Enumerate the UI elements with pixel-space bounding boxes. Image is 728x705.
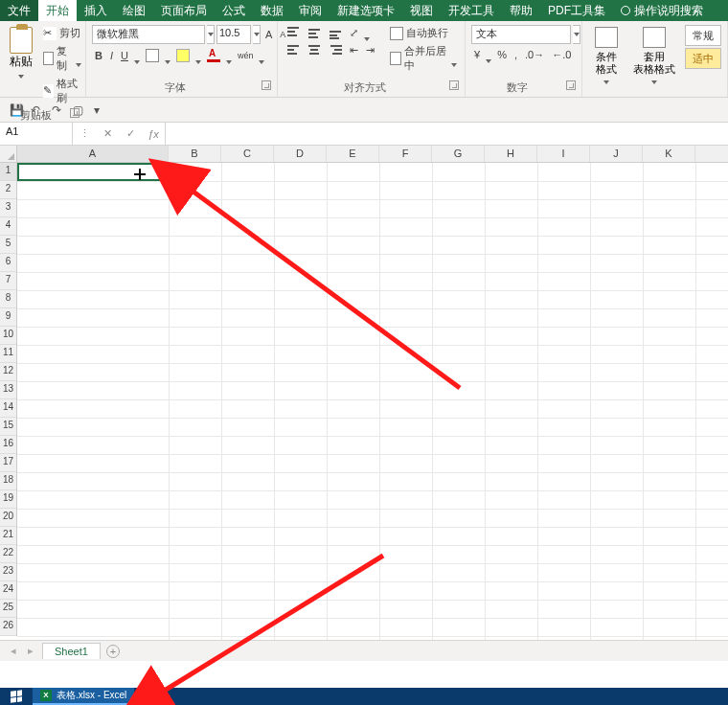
row-header-19[interactable]: 19 bbox=[0, 490, 16, 509]
tab-file[interactable]: 文件 bbox=[0, 0, 38, 21]
align-middle-button[interactable] bbox=[305, 25, 324, 40]
sheet-nav-prev[interactable]: ◂ bbox=[8, 645, 19, 657]
row-header-1[interactable]: 1 bbox=[0, 163, 16, 181]
percent-button[interactable]: % bbox=[494, 48, 510, 61]
row-header-18[interactable]: 18 bbox=[0, 472, 16, 490]
accounting-button[interactable]: ¥ bbox=[471, 48, 483, 61]
worksheet-grid[interactable]: A B C D E F G H I J K 123456789101112131… bbox=[0, 146, 728, 640]
tab-home[interactable]: 开始 bbox=[38, 0, 77, 21]
cells-area[interactable] bbox=[17, 163, 728, 640]
font-size-dropdown[interactable] bbox=[253, 25, 261, 44]
increase-decimal-button[interactable]: .0→ bbox=[522, 48, 547, 61]
col-header-I[interactable]: I bbox=[537, 146, 590, 162]
col-header-E[interactable]: E bbox=[327, 146, 379, 162]
tab-help[interactable]: 帮助 bbox=[502, 0, 540, 21]
cell-style-normal[interactable]: 常规 bbox=[685, 25, 721, 46]
add-sheet-button[interactable]: + bbox=[106, 645, 120, 658]
number-format-dropdown[interactable] bbox=[573, 25, 580, 44]
clipboard-launcher[interactable] bbox=[70, 108, 80, 118]
alignment-launcher[interactable] bbox=[449, 80, 459, 90]
comma-button[interactable]: , bbox=[512, 48, 520, 61]
row-header-26[interactable]: 26 bbox=[0, 618, 16, 636]
row-header-3[interactable]: 3 bbox=[0, 199, 16, 217]
col-header-B[interactable]: B bbox=[169, 146, 221, 162]
row-header-14[interactable]: 14 bbox=[0, 399, 16, 418]
tab-formulas[interactable]: 公式 bbox=[215, 0, 253, 21]
wrap-text-button[interactable]: 自动换行 bbox=[387, 25, 459, 41]
name-box[interactable]: A1 bbox=[0, 123, 73, 145]
align-left-button[interactable] bbox=[284, 42, 303, 57]
bold-button[interactable]: B bbox=[92, 49, 105, 62]
row-header-4[interactable]: 4 bbox=[0, 217, 16, 236]
align-center-button[interactable] bbox=[305, 42, 324, 57]
tab-data[interactable]: 数据 bbox=[253, 0, 291, 21]
row-header-24[interactable]: 24 bbox=[0, 581, 16, 600]
row-header-8[interactable]: 8 bbox=[0, 290, 16, 308]
paste-button[interactable]: 粘贴 bbox=[6, 25, 36, 72]
row-header-21[interactable]: 21 bbox=[0, 527, 16, 545]
conditional-format-button[interactable]: 条件格式 bbox=[588, 25, 624, 78]
number-format-select[interactable]: 文本 bbox=[471, 25, 571, 44]
align-right-button[interactable] bbox=[326, 42, 345, 57]
row-header-6[interactable]: 6 bbox=[0, 254, 16, 272]
align-top-button[interactable] bbox=[284, 25, 303, 40]
row-header-23[interactable]: 23 bbox=[0, 563, 16, 581]
taskbar-item-excel[interactable]: X 表格.xlsx - Excel bbox=[33, 688, 134, 705]
tab-insert[interactable]: 插入 bbox=[77, 0, 115, 21]
row-header-2[interactable]: 2 bbox=[0, 181, 16, 199]
italic-button[interactable]: I bbox=[107, 49, 116, 62]
row-header-17[interactable]: 17 bbox=[0, 454, 16, 472]
font-color-button[interactable]: A bbox=[204, 48, 223, 63]
cut-button[interactable]: ✂ 剪切 bbox=[40, 25, 83, 41]
tab-view[interactable]: 视图 bbox=[402, 0, 441, 21]
number-launcher[interactable] bbox=[566, 80, 576, 90]
col-header-D[interactable]: D bbox=[274, 146, 327, 162]
align-bottom-button[interactable] bbox=[326, 25, 345, 40]
row-header-10[interactable]: 10 bbox=[0, 327, 16, 345]
enter-formula-button[interactable]: ✓ bbox=[119, 127, 142, 140]
copy-button[interactable]: 复制 bbox=[40, 43, 83, 74]
select-all-corner[interactable] bbox=[0, 146, 17, 163]
namebox-dropdown[interactable]: ⋮ bbox=[73, 127, 96, 140]
tab-pdf-tools[interactable]: PDF工具集 bbox=[540, 0, 613, 21]
tab-page-layout[interactable]: 页面布局 bbox=[153, 0, 215, 21]
font-launcher[interactable] bbox=[262, 80, 271, 90]
row-header-7[interactable]: 7 bbox=[0, 272, 16, 290]
font-name-dropdown[interactable] bbox=[207, 25, 215, 44]
row-header-13[interactable]: 13 bbox=[0, 381, 16, 399]
font-name-select[interactable]: 微软雅黑 bbox=[92, 25, 205, 44]
col-header-F[interactable]: F bbox=[379, 146, 432, 162]
row-header-9[interactable]: 9 bbox=[0, 308, 16, 327]
row-header-16[interactable]: 16 bbox=[0, 436, 16, 454]
phonetic-button[interactable]: wén bbox=[235, 50, 257, 61]
increase-indent-button[interactable]: ⇥ bbox=[363, 43, 377, 57]
row-header-12[interactable]: 12 bbox=[0, 363, 16, 381]
tell-me-search[interactable]: 操作说明搜索 bbox=[613, 0, 711, 21]
row-header-15[interactable]: 15 bbox=[0, 418, 16, 436]
col-header-G[interactable]: G bbox=[432, 146, 485, 162]
row-header-5[interactable]: 5 bbox=[0, 236, 16, 254]
row-header-20[interactable]: 20 bbox=[0, 509, 16, 527]
tab-new[interactable]: 新建选项卡 bbox=[330, 0, 402, 21]
underline-button[interactable]: U bbox=[118, 49, 131, 62]
merge-center-button[interactable]: 合并后居中 bbox=[387, 43, 459, 74]
decrease-decimal-button[interactable]: ←.0 bbox=[549, 48, 574, 61]
formula-input[interactable] bbox=[166, 123, 728, 145]
fill-color-button[interactable] bbox=[173, 48, 193, 63]
cancel-formula-button[interactable]: ✕ bbox=[96, 127, 119, 140]
sheet-nav-next[interactable]: ▸ bbox=[25, 645, 36, 657]
decrease-indent-button[interactable]: ⇤ bbox=[347, 43, 361, 57]
format-as-table-button[interactable]: 套用 表格格式 bbox=[627, 25, 681, 78]
qat-more-button[interactable]: ▾ bbox=[94, 103, 107, 117]
row-header-22[interactable]: 22 bbox=[0, 545, 16, 563]
start-button[interactable] bbox=[0, 688, 33, 705]
tab-draw[interactable]: 绘图 bbox=[115, 0, 153, 21]
format-painter-button[interactable]: ✎ 格式刷 bbox=[40, 76, 83, 106]
increase-font-button[interactable]: A bbox=[262, 28, 275, 41]
orientation-button[interactable]: ⤢ bbox=[347, 26, 361, 40]
font-size-select[interactable]: 10.5 bbox=[216, 25, 251, 44]
cell-style-good[interactable]: 适中 bbox=[685, 48, 721, 69]
tab-developer[interactable]: 开发工具 bbox=[441, 0, 502, 21]
col-header-A[interactable]: A bbox=[17, 146, 169, 162]
sheet-tab-1[interactable]: Sheet1 bbox=[42, 643, 101, 659]
